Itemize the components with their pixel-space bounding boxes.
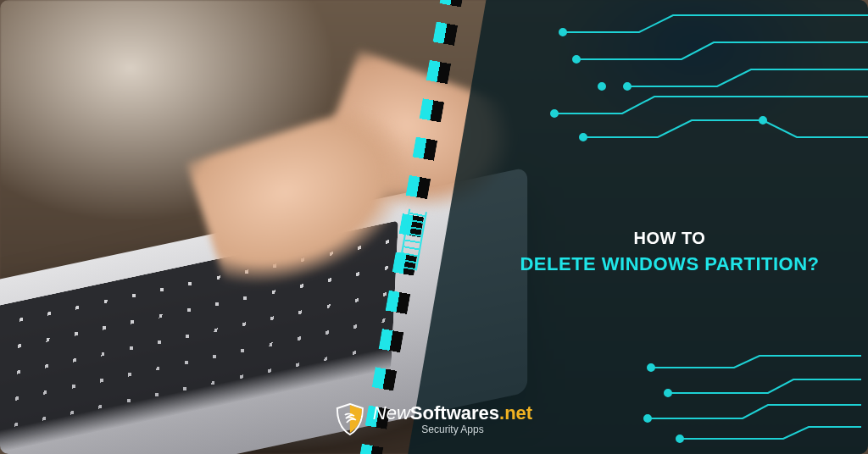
brand-name: NewSoftwares.net <box>373 403 532 423</box>
headline-line2: DELETE WINDOWS PARTITION? <box>487 253 852 275</box>
circuit-trace-bottom-icon <box>641 354 861 447</box>
brand-main: Softwares <box>410 403 499 423</box>
brand-subtitle: Security Apps <box>373 424 532 435</box>
headline-line1: HOW TO <box>487 229 852 248</box>
svg-point-2 <box>598 83 605 90</box>
svg-point-6 <box>760 117 766 124</box>
svg-point-4 <box>551 110 558 117</box>
brand-tld: .net <box>499 403 532 423</box>
svg-point-8 <box>665 390 671 396</box>
circuit-trace-top-icon <box>504 8 868 178</box>
brand-prefix: New <box>373 403 410 423</box>
shield-logo-icon <box>336 403 364 435</box>
headline: HOW TO DELETE WINDOWS PARTITION? <box>487 229 852 275</box>
svg-point-1 <box>573 56 580 63</box>
svg-point-9 <box>644 415 651 422</box>
svg-point-0 <box>559 29 566 36</box>
svg-point-10 <box>676 435 683 442</box>
brand-logo: NewSoftwares.net Security Apps <box>336 403 532 435</box>
svg-point-7 <box>648 364 654 371</box>
brand-text: NewSoftwares.net Security Apps <box>373 403 532 435</box>
svg-point-3 <box>624 83 631 90</box>
svg-point-5 <box>580 134 587 141</box>
promo-banner: HOW TO DELETE WINDOWS PARTITION? NewSoft… <box>0 0 868 454</box>
